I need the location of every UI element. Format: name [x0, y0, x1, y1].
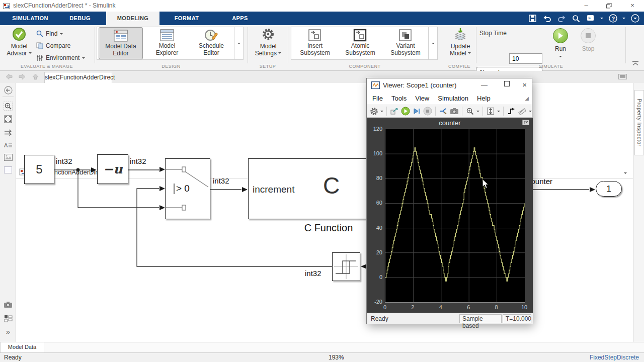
environment-button[interactable]: Environment [36, 52, 85, 63]
status-solver[interactable]: FixedStepDiscrete [590, 354, 639, 361]
model-explorer-button[interactable]: Model Explorer [146, 27, 188, 59]
scope-plot-axes[interactable] [385, 129, 525, 303]
scope-menu-overflow-icon[interactable]: ◢ [525, 96, 529, 101]
scope-fit-view-icon[interactable] [486, 107, 495, 116]
close-button[interactable]: × [625, 1, 640, 10]
tab-simulation[interactable]: SIMULATION [7, 12, 53, 25]
variant-subsystem-button[interactable]: Variant Subsystem [383, 27, 428, 59]
atomic-subsystem-button[interactable]: Atomic Subsystem [338, 27, 382, 59]
model-advisor-label-1: Model [5, 43, 33, 50]
help-icon[interactable]: ? [608, 14, 618, 23]
scope-sim-time: T=10.000 [503, 314, 531, 323]
run-dropdown-caret[interactable] [559, 56, 562, 59]
scope-measurements-caret[interactable] [529, 111, 532, 114]
search-icon[interactable] [571, 14, 581, 23]
property-inspector-tab[interactable]: Property Inspector [634, 90, 644, 155]
component-gallery-dropdown[interactable] [429, 27, 438, 60]
scope-zoom-caret[interactable] [476, 111, 479, 114]
constant-block[interactable]: 5 [24, 155, 54, 184]
docbar-list-icon[interactable] [618, 74, 627, 81]
stop-time-input[interactable] [509, 53, 542, 64]
annotation-icon[interactable]: » [586, 14, 596, 23]
outport-block[interactable]: 1 [596, 181, 622, 197]
zoom-in-tool-icon[interactable] [2, 101, 14, 112]
collapse-toolstrip-icon[interactable] [630, 14, 640, 23]
insert-subsystem-button[interactable]: Insert Subsystem [293, 27, 337, 59]
scope-zoom-icon[interactable] [465, 107, 474, 116]
simulink-app-icon [3, 2, 11, 10]
y-tick-label: 20 [367, 249, 382, 255]
undo-icon[interactable] [542, 14, 552, 23]
unary-minus-block[interactable]: −u [97, 154, 128, 184]
canvas-palette: A » [0, 83, 16, 342]
run-label: Run [550, 45, 571, 52]
switch-criteria-label: > 0 [176, 183, 190, 194]
breadcrumb-dropdown-caret[interactable] [624, 172, 627, 175]
annotation-dropdown-caret[interactable] [600, 18, 603, 21]
design-gallery-dropdown[interactable] [234, 27, 244, 60]
hide-explorer-icon[interactable] [2, 84, 14, 96]
collapse-ribbon-icon[interactable] [632, 60, 639, 67]
model-advisor-icon [12, 27, 26, 41]
scope-signal-selector-icon[interactable] [439, 107, 448, 116]
redo-icon[interactable] [556, 14, 567, 23]
box-area-tool-icon[interactable] [2, 164, 14, 175]
navigate-back-icon[interactable] [5, 73, 13, 81]
relay-block[interactable] [332, 252, 360, 281]
scope-minimize-icon[interactable]: — [481, 81, 488, 88]
scope-fit-view-caret[interactable] [497, 111, 500, 114]
model-explorer-icon [146, 27, 188, 42]
model-browser-icon[interactable] [2, 313, 14, 324]
scope-maximize-axes-icon[interactable] [522, 120, 529, 125]
unary-minus-symbol: −u [103, 162, 122, 176]
stop-icon [581, 28, 596, 43]
scope-trigger-icon[interactable] [507, 107, 516, 116]
tab-apps[interactable]: APPS [224, 12, 256, 25]
y-tick-label: 100 [367, 150, 382, 156]
viewmark-camera-icon[interactable] [2, 299, 14, 310]
navigate-up-icon[interactable] [32, 73, 39, 81]
document-tab[interactable]: slexCFunctionAdderDirect [44, 72, 112, 83]
help-dropdown-caret[interactable] [622, 18, 625, 21]
scope-settings-caret[interactable] [380, 111, 383, 114]
scope-step-forward-icon[interactable] [412, 107, 421, 116]
model-data-editor-bottom-tab[interactable]: Model Data Editor [0, 342, 44, 353]
model-settings-button[interactable]: Model Settings [251, 27, 286, 57]
fit-to-view-icon[interactable] [2, 114, 14, 125]
annotation-tool-icon[interactable]: A [2, 139, 14, 150]
tab-format[interactable]: FORMAT [169, 12, 204, 25]
scope-title-bar[interactable]: Viewer: Scope1 (counter) — × [367, 78, 532, 92]
scope-menu-help[interactable]: Help [477, 95, 491, 102]
expand-palette-icon[interactable]: » [2, 326, 14, 337]
scope-stop-icon [423, 107, 432, 116]
save-icon[interactable] [527, 14, 537, 23]
image-tool-icon[interactable] [2, 152, 14, 163]
model-advisor-button[interactable]: Model Advisor [5, 27, 33, 57]
update-model-button[interactable]: Update Model [446, 27, 475, 57]
signal-routing-icon[interactable] [2, 127, 14, 138]
right-panel-strip: Property Inspector [633, 83, 644, 342]
scope-run-icon[interactable] [401, 107, 410, 116]
navigate-forward-icon[interactable] [18, 73, 26, 81]
scope-menu-simulation[interactable]: Simulation [438, 95, 468, 102]
scope-viewer-window[interactable]: Viewer: Scope1 (counter) — × File Tools … [366, 78, 532, 324]
scope-snapshot-icon[interactable] [450, 107, 459, 116]
restore-button[interactable] [601, 1, 616, 10]
scope-menu-file[interactable]: File [372, 95, 383, 102]
find-button[interactable]: Find [36, 28, 63, 39]
scope-measurements-icon[interactable] [518, 107, 527, 116]
scope-settings-gear-icon[interactable] [369, 107, 378, 116]
tab-modeling[interactable]: MODELING [106, 12, 159, 25]
scope-maximize-icon[interactable] [504, 81, 510, 88]
scope-menu-view[interactable]: View [415, 95, 429, 102]
schedule-editor-button[interactable]: Schedule Editor [190, 27, 232, 59]
compare-button[interactable]: Compare [36, 40, 70, 51]
tab-debug[interactable]: DEBUG [63, 12, 97, 25]
model-data-editor-button[interactable]: Model Data Editor [99, 27, 143, 59]
minimize-button[interactable]: – [579, 1, 594, 10]
scope-close-icon[interactable]: × [522, 80, 527, 89]
scope-highlight-block-icon[interactable] [390, 107, 399, 116]
scope-status-bar: Ready Sample based T=10.000 [367, 313, 533, 324]
run-button[interactable]: Run [550, 28, 571, 60]
scope-menu-tools[interactable]: Tools [391, 95, 407, 102]
